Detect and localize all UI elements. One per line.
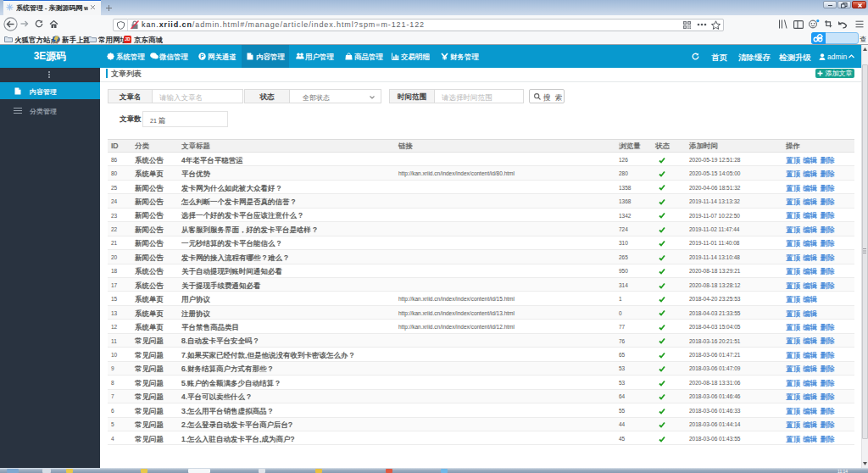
svg-text:P: P [200,53,204,59]
